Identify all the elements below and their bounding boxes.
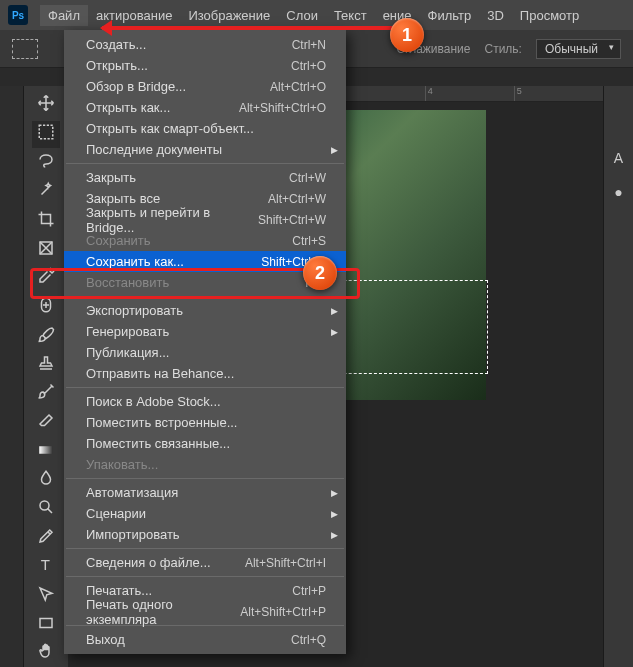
lasso-tool[interactable]: [32, 150, 60, 177]
frame-icon: [37, 239, 55, 261]
collapsed-panel: [0, 86, 24, 667]
menu-item-label: Экспортировать: [86, 303, 183, 318]
menu-item-закрытьиперейтивbrid[interactable]: Закрыть и перейти в Bridge...Shift+Ctrl+…: [64, 209, 346, 230]
menu-item-сценарии[interactable]: Сценарии▶: [64, 503, 346, 524]
menu-item-публикация[interactable]: Публикация...: [64, 342, 346, 363]
ruler-tick: 4: [425, 86, 514, 101]
frame-tool[interactable]: [32, 236, 60, 263]
menu-separator: [66, 296, 344, 297]
svg-rect-0: [39, 126, 53, 140]
dock-icon[interactable]: ●: [614, 184, 622, 200]
menu-shortcut: Ctrl+N: [292, 38, 326, 52]
menu-shortcut: Ctrl+S: [292, 234, 326, 248]
menu-shortcut: Ctrl+O: [291, 59, 326, 73]
menu-shortcut: Alt+Ctrl+W: [268, 192, 326, 206]
menu-текст[interactable]: Текст: [326, 5, 375, 26]
menu-фильтр[interactable]: Фильтр: [420, 5, 480, 26]
menu-item-последниедокументы[interactable]: Последние документы▶: [64, 139, 346, 160]
marquee-swatch-icon[interactable]: [12, 39, 38, 59]
menu-item-обзорвbridge[interactable]: Обзор в Bridge...Alt+Ctrl+O: [64, 76, 346, 97]
menu-item-label: Закрыть: [86, 170, 136, 185]
menu-item-поместитьсвязанные[interactable]: Поместить связанные...: [64, 433, 346, 454]
blur-tool[interactable]: [32, 467, 60, 494]
menu-item-поисквadobestock[interactable]: Поиск в Adobe Stock...: [64, 391, 346, 412]
menu-item-label: Выход: [86, 632, 125, 647]
gradient-tool[interactable]: [32, 438, 60, 465]
menu-item-открытькаксмартобъек[interactable]: Открыть как смарт-объект...: [64, 118, 346, 139]
menu-item-label: Создать...: [86, 37, 146, 52]
menu-shortcut: Alt+Ctrl+O: [270, 80, 326, 94]
menu-item-label: Автоматизация: [86, 485, 178, 500]
healing-icon: [37, 296, 55, 318]
menu-item-закрыть[interactable]: ЗакрытьCtrl+W: [64, 167, 346, 188]
annotation-arrow: [102, 26, 392, 30]
menu-item-label: Поместить связанные...: [86, 436, 230, 451]
menu-item-открытькак[interactable]: Открыть как...Alt+Shift+Ctrl+O: [64, 97, 346, 118]
menu-item-упаковать: Упаковать...: [64, 454, 346, 475]
file-menu-dropdown: Создать...Ctrl+NОткрыть...Ctrl+OОбзор в …: [64, 30, 346, 654]
menu-item-label: Сохранить как...: [86, 254, 184, 269]
menu-item-сохранить: СохранитьCtrl+S: [64, 230, 346, 251]
menu-item-экспортировать[interactable]: Экспортировать▶: [64, 300, 346, 321]
move-tool[interactable]: [32, 92, 60, 119]
menu-item-label: Печать одного экземпляра: [86, 597, 240, 627]
menu-item-label: Упаковать...: [86, 457, 158, 472]
dodge-icon: [37, 498, 55, 520]
app-logo: Ps: [8, 5, 28, 25]
menu-3d[interactable]: 3D: [479, 5, 512, 26]
marquee-tool[interactable]: [32, 121, 60, 148]
submenu-arrow-icon: ▶: [331, 145, 338, 155]
menu-item-label: Отправить на Behance...: [86, 366, 234, 381]
lasso-icon: [37, 152, 55, 174]
stamp-icon: [37, 354, 55, 376]
menu-shortcut: Alt+Shift+Ctrl+P: [240, 605, 326, 619]
type-tool[interactable]: T: [32, 554, 60, 581]
menu-item-импортировать[interactable]: Импортировать▶: [64, 524, 346, 545]
menu-слои[interactable]: Слои: [278, 5, 326, 26]
menu-item-поместитьвстроенные[interactable]: Поместить встроенные...: [64, 412, 346, 433]
tool-panel: T: [24, 86, 68, 667]
menu-файл[interactable]: Файл: [40, 5, 88, 26]
pen-tool[interactable]: [32, 525, 60, 552]
menu-item-отправитьнаbehance[interactable]: Отправить на Behance...: [64, 363, 346, 384]
dodge-tool[interactable]: [32, 496, 60, 523]
menu-item-label: Открыть как...: [86, 100, 170, 115]
menu-item-печатьодногоэкземпля[interactable]: Печать одного экземпляраAlt+Shift+Ctrl+P: [64, 601, 346, 622]
crop-tool[interactable]: [32, 207, 60, 234]
menu-item-label: Сведения о файле...: [86, 555, 211, 570]
dock-icon[interactable]: A: [614, 150, 623, 166]
path-tool[interactable]: [32, 582, 60, 609]
brush-icon: [37, 325, 55, 347]
menu-item-создать[interactable]: Создать...Ctrl+N: [64, 34, 346, 55]
eyedropper-tool[interactable]: [32, 265, 60, 292]
menu-shortcut: Ctrl+Q: [291, 633, 326, 647]
hand-tool[interactable]: [32, 640, 60, 667]
menu-item-автоматизация[interactable]: Автоматизация▶: [64, 482, 346, 503]
healing-tool[interactable]: [32, 294, 60, 321]
menu-item-label: Последние документы: [86, 142, 222, 157]
menu-item-label: Открыть как смарт-объект...: [86, 121, 254, 136]
menu-item-label: Открыть...: [86, 58, 148, 73]
brush-tool[interactable]: [32, 323, 60, 350]
menu-item-label: Поиск в Adobe Stock...: [86, 394, 221, 409]
eraser-tool[interactable]: [32, 409, 60, 436]
style-select[interactable]: Обычный ▾: [536, 39, 621, 59]
marquee-icon: [37, 123, 55, 145]
menu-item-сведенияофайле[interactable]: Сведения о файле...Alt+Shift+Ctrl+I: [64, 552, 346, 573]
menu-item-label: Сохранить: [86, 233, 151, 248]
menu-item-открыть[interactable]: Открыть...Ctrl+O: [64, 55, 346, 76]
chevron-down-icon: ▾: [609, 42, 614, 52]
rectangle-tool[interactable]: [32, 611, 60, 638]
stamp-tool[interactable]: [32, 352, 60, 379]
magic-wand-tool[interactable]: [32, 179, 60, 206]
menu-просмотр[interactable]: Просмотр: [512, 5, 587, 26]
menu-item-label: Сценарии: [86, 506, 146, 521]
menu-изображение[interactable]: Изображение: [180, 5, 278, 26]
menu-item-выход[interactable]: ВыходCtrl+Q: [64, 629, 346, 650]
hand-icon: [37, 642, 55, 664]
svg-text:T: T: [41, 556, 50, 573]
move-icon: [37, 94, 55, 116]
menu-item-генерировать[interactable]: Генерировать▶: [64, 321, 346, 342]
crop-icon: [37, 210, 55, 232]
history-brush-tool[interactable]: [32, 380, 60, 407]
